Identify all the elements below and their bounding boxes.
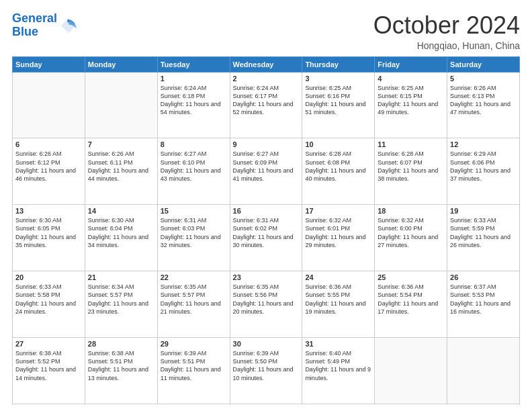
day-number: 14 (88, 207, 154, 215)
day-info: Sunrise: 6:38 AMSunset: 5:51 PMDaylight:… (88, 349, 154, 382)
calendar-cell: 8Sunrise: 6:27 AMSunset: 6:10 PMDaylight… (157, 138, 230, 205)
day-number: 13 (15, 207, 82, 215)
calendar-cell: 31Sunrise: 6:40 AMSunset: 5:49 PMDayligh… (302, 338, 375, 404)
day-info: Sunrise: 6:35 AMSunset: 5:57 PMDaylight:… (161, 283, 227, 316)
day-number: 10 (305, 140, 371, 148)
day-number: 22 (161, 273, 227, 281)
day-info: Sunrise: 6:30 AMSunset: 6:05 PMDaylight:… (15, 216, 82, 249)
calendar-cell (13, 72, 85, 138)
calendar-cell: 27Sunrise: 6:38 AMSunset: 5:52 PMDayligh… (13, 338, 85, 404)
calendar: SundayMondayTuesdayWednesdayThursdayFrid… (12, 56, 520, 404)
day-number: 20 (15, 273, 82, 281)
logo: General Blue (12, 12, 79, 39)
weekday-header-thursday: Thursday (302, 56, 375, 72)
calendar-cell: 28Sunrise: 6:38 AMSunset: 5:51 PMDayligh… (85, 338, 157, 404)
calendar-cell: 13Sunrise: 6:30 AMSunset: 6:05 PMDayligh… (13, 205, 85, 271)
day-info: Sunrise: 6:25 AMSunset: 6:16 PMDaylight:… (305, 84, 371, 117)
day-number: 7 (88, 140, 154, 148)
calendar-cell: 16Sunrise: 6:31 AMSunset: 6:02 PMDayligh… (230, 205, 302, 271)
day-number: 4 (378, 75, 444, 83)
weekday-header-monday: Monday (85, 56, 157, 72)
weekday-header-sunday: Sunday (13, 56, 85, 72)
day-info: Sunrise: 6:37 AMSunset: 5:53 PMDaylight:… (450, 283, 517, 316)
day-info: Sunrise: 6:40 AMSunset: 5:49 PMDaylight:… (305, 349, 371, 382)
day-info: Sunrise: 6:26 AMSunset: 6:11 PMDaylight:… (88, 150, 154, 183)
day-info: Sunrise: 6:39 AMSunset: 5:51 PMDaylight:… (161, 349, 227, 382)
calendar-cell: 7Sunrise: 6:26 AMSunset: 6:11 PMDaylight… (85, 138, 157, 205)
day-info: Sunrise: 6:28 AMSunset: 6:07 PMDaylight:… (378, 150, 444, 183)
logo-icon (58, 15, 79, 36)
day-number: 29 (161, 340, 227, 348)
day-info: Sunrise: 6:27 AMSunset: 6:10 PMDaylight:… (161, 150, 227, 183)
logo-text: General Blue (12, 12, 57, 39)
day-number: 24 (305, 273, 371, 281)
day-number: 23 (233, 273, 300, 281)
day-info: Sunrise: 6:36 AMSunset: 5:54 PMDaylight:… (378, 283, 444, 316)
day-number: 26 (450, 273, 517, 281)
day-number: 5 (450, 75, 517, 83)
month-title: October 2024 (373, 12, 520, 39)
day-info: Sunrise: 6:34 AMSunset: 5:57 PMDaylight:… (88, 283, 154, 316)
calendar-cell: 24Sunrise: 6:36 AMSunset: 5:55 PMDayligh… (302, 271, 375, 338)
day-number: 31 (305, 340, 371, 348)
day-number: 1 (161, 75, 227, 83)
weekday-header-wednesday: Wednesday (230, 56, 302, 72)
day-info: Sunrise: 6:25 AMSunset: 6:15 PMDaylight:… (378, 84, 444, 117)
calendar-cell: 5Sunrise: 6:26 AMSunset: 6:13 PMDaylight… (447, 72, 520, 138)
calendar-cell: 18Sunrise: 6:32 AMSunset: 6:00 PMDayligh… (375, 205, 447, 271)
day-number: 27 (15, 340, 82, 348)
day-info: Sunrise: 6:29 AMSunset: 6:06 PMDaylight:… (450, 150, 517, 183)
calendar-cell: 15Sunrise: 6:31 AMSunset: 6:03 PMDayligh… (157, 205, 230, 271)
day-info: Sunrise: 6:24 AMSunset: 6:17 PMDaylight:… (233, 84, 300, 117)
header: General Blue October 2024 Hongqiao, Huna… (12, 12, 520, 51)
calendar-cell: 26Sunrise: 6:37 AMSunset: 5:53 PMDayligh… (447, 271, 520, 338)
day-info: Sunrise: 6:35 AMSunset: 5:56 PMDaylight:… (233, 283, 300, 316)
calendar-cell: 21Sunrise: 6:34 AMSunset: 5:57 PMDayligh… (85, 271, 157, 338)
day-info: Sunrise: 6:36 AMSunset: 5:55 PMDaylight:… (305, 283, 371, 316)
day-info: Sunrise: 6:26 AMSunset: 6:12 PMDaylight:… (15, 150, 82, 183)
calendar-cell: 2Sunrise: 6:24 AMSunset: 6:17 PMDaylight… (230, 72, 302, 138)
calendar-cell (447, 338, 520, 404)
day-number: 28 (88, 340, 154, 348)
calendar-cell: 11Sunrise: 6:28 AMSunset: 6:07 PMDayligh… (375, 138, 447, 205)
calendar-cell (85, 72, 157, 138)
calendar-cell: 6Sunrise: 6:26 AMSunset: 6:12 PMDaylight… (13, 138, 85, 205)
calendar-cell: 29Sunrise: 6:39 AMSunset: 5:51 PMDayligh… (157, 338, 230, 404)
day-number: 19 (450, 207, 517, 215)
day-number: 18 (378, 207, 444, 215)
calendar-cell: 23Sunrise: 6:35 AMSunset: 5:56 PMDayligh… (230, 271, 302, 338)
weekday-header-friday: Friday (375, 56, 447, 72)
day-number: 6 (15, 140, 82, 148)
calendar-cell: 20Sunrise: 6:33 AMSunset: 5:58 PMDayligh… (13, 271, 85, 338)
day-info: Sunrise: 6:31 AMSunset: 6:02 PMDaylight:… (233, 216, 300, 249)
day-number: 30 (233, 340, 300, 348)
day-number: 11 (378, 140, 444, 148)
day-info: Sunrise: 6:30 AMSunset: 6:04 PMDaylight:… (88, 216, 154, 249)
day-info: Sunrise: 6:33 AMSunset: 5:58 PMDaylight:… (15, 283, 82, 316)
day-number: 21 (88, 273, 154, 281)
day-number: 12 (450, 140, 517, 148)
location: Hongqiao, Hunan, China (373, 40, 520, 51)
day-number: 3 (305, 75, 371, 83)
day-number: 17 (305, 207, 371, 215)
calendar-cell: 17Sunrise: 6:32 AMSunset: 6:01 PMDayligh… (302, 205, 375, 271)
day-info: Sunrise: 6:27 AMSunset: 6:09 PMDaylight:… (233, 150, 300, 183)
calendar-cell: 12Sunrise: 6:29 AMSunset: 6:06 PMDayligh… (447, 138, 520, 205)
calendar-cell (375, 338, 447, 404)
day-number: 25 (378, 273, 444, 281)
calendar-cell: 9Sunrise: 6:27 AMSunset: 6:09 PMDaylight… (230, 138, 302, 205)
calendar-cell: 19Sunrise: 6:33 AMSunset: 5:59 PMDayligh… (447, 205, 520, 271)
day-info: Sunrise: 6:31 AMSunset: 6:03 PMDaylight:… (161, 216, 227, 249)
calendar-cell: 1Sunrise: 6:24 AMSunset: 6:18 PMDaylight… (157, 72, 230, 138)
title-block: October 2024 Hongqiao, Hunan, China (373, 12, 520, 51)
day-number: 8 (161, 140, 227, 148)
calendar-cell: 30Sunrise: 6:39 AMSunset: 5:50 PMDayligh… (230, 338, 302, 404)
calendar-cell: 3Sunrise: 6:25 AMSunset: 6:16 PMDaylight… (302, 72, 375, 138)
calendar-cell: 22Sunrise: 6:35 AMSunset: 5:57 PMDayligh… (157, 271, 230, 338)
day-info: Sunrise: 6:24 AMSunset: 6:18 PMDaylight:… (161, 84, 227, 117)
calendar-cell: 10Sunrise: 6:28 AMSunset: 6:08 PMDayligh… (302, 138, 375, 205)
day-info: Sunrise: 6:39 AMSunset: 5:50 PMDaylight:… (233, 349, 300, 382)
day-number: 15 (161, 207, 227, 215)
day-info: Sunrise: 6:32 AMSunset: 6:01 PMDaylight:… (305, 216, 371, 249)
day-number: 2 (233, 75, 300, 83)
